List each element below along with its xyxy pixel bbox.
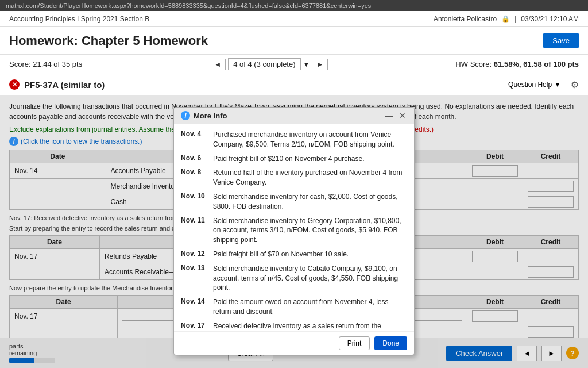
dropdown-arrow-icon[interactable]: ▼ xyxy=(303,60,310,68)
modal-row-desc: Paid freight bill of $210 on November 4 … xyxy=(213,154,365,164)
modal-transaction-row: Nov. 14Paid the amount owed on account f… xyxy=(181,297,407,317)
gear-icon[interactable]: ⚙ xyxy=(571,79,579,90)
modal-minimize-button[interactable]: — xyxy=(384,111,394,120)
modal-transaction-row: Nov. 11Sold merchandise inventory to Gre… xyxy=(181,216,407,245)
save-button[interactable]: Save xyxy=(543,33,579,48)
modal-transaction-row: Nov. 8Returned half of the inventory pur… xyxy=(181,168,407,187)
x-icon: ✕ xyxy=(9,79,20,90)
modal-close-button[interactable]: ✕ xyxy=(398,111,407,120)
modal-row-desc: Paid freight bill of $70 on November 10 … xyxy=(213,250,349,259)
modal-row-desc: Sold merchandise inventory to Cabato Com… xyxy=(213,264,407,293)
nav-label: 4 of 4 (3 complete) xyxy=(228,58,300,70)
modal-row-date: Nov. 14 xyxy=(181,297,208,317)
modal-row-date: Nov. 17 xyxy=(181,321,208,331)
page-title: Homework: Chapter 5 Homework xyxy=(9,33,208,48)
modal-row-date: Nov. 6 xyxy=(181,154,208,164)
modal-body: Nov. 4Purchased merchandise inventory on… xyxy=(174,124,414,331)
modal-done-button[interactable]: Done xyxy=(374,336,407,350)
modal-print-button[interactable]: Print xyxy=(339,336,370,350)
next-question-button[interactable]: ► xyxy=(312,59,328,70)
main-content: Journalize the following transactions th… xyxy=(0,95,588,368)
modal-transaction-row: Nov. 4Purchased merchandise inventory on… xyxy=(181,130,407,150)
datetime: 03/30/21 12:10 AM xyxy=(521,15,579,23)
modal-row-desc: Received defective inventory as a sales … xyxy=(213,321,407,331)
question-help-button[interactable]: Question Help ▼ xyxy=(502,78,567,91)
modal-row-desc: Sold merchandise inventory for cash, $2,… xyxy=(213,192,407,212)
nav-group: ◄ 4 of 4 (3 complete) ▼ ► xyxy=(210,58,328,70)
modal-title: i More Info xyxy=(181,111,227,120)
modal-overlay: i More Info — ✕ Nov. 4Purchased merchand… xyxy=(0,95,588,368)
prev-question-button[interactable]: ◄ xyxy=(210,59,226,70)
modal-transaction-row: Nov. 17Received defective inventory as a… xyxy=(181,321,407,331)
modal-transaction-row: Nov. 6Paid freight bill of $210 on Novem… xyxy=(181,154,407,164)
more-info-modal: i More Info — ✕ Nov. 4Purchased merchand… xyxy=(173,107,415,355)
score-text: Score: 21.44 of 35 pts xyxy=(9,60,82,68)
modal-row-date: Nov. 13 xyxy=(181,264,208,293)
modal-header: i More Info — ✕ xyxy=(174,108,414,124)
modal-row-date: Nov. 8 xyxy=(181,168,208,187)
hw-score-value: 61.58%, 61.58 of 100 pts xyxy=(494,60,579,68)
modal-row-date: Nov. 11 xyxy=(181,216,208,245)
modal-footer: Print Done xyxy=(174,331,414,355)
modal-controls: — ✕ xyxy=(384,111,407,120)
score-bar: Score: 21.44 of 35 pts ◄ 4 of 4 (3 compl… xyxy=(0,55,588,74)
browser-bar: mathxl.com/Student/PlayerHomework.aspx?h… xyxy=(0,0,588,12)
modal-row-desc: Purchased merchandise inventory on accou… xyxy=(213,130,407,150)
course-name: Accounting Principles I Spring 2021 Sect… xyxy=(9,15,149,23)
user-name: Antonietta Policastro xyxy=(434,15,497,23)
modal-transaction-row: Nov. 12Paid freight bill of $70 on Novem… xyxy=(181,250,407,259)
question-label: PF5-37A (similar to) xyxy=(24,80,105,90)
modal-row-desc: Paid the amount owed on account from Nov… xyxy=(213,297,407,317)
hw-score: HW Score: 61.58%, 61.58 of 100 pts xyxy=(455,60,579,68)
lock-icon: 🔒 xyxy=(501,15,510,23)
browser-url: mathxl.com/Student/PlayerHomework.aspx?h… xyxy=(6,2,371,9)
page-title-bar: Homework: Chapter 5 Homework Save xyxy=(0,27,588,55)
modal-transaction-row: Nov. 10Sold merchandise inventory for ca… xyxy=(181,192,407,212)
top-header: Accounting Principles I Spring 2021 Sect… xyxy=(0,12,588,27)
modal-row-desc: Sold merchandise inventory to Gregory Co… xyxy=(213,216,407,245)
modal-row-desc: Returned half of the inventory purchased… xyxy=(213,168,407,187)
modal-info-icon: i xyxy=(181,111,190,120)
modal-transaction-row: Nov. 13Sold merchandise inventory to Cab… xyxy=(181,264,407,293)
modal-row-date: Nov. 10 xyxy=(181,192,208,212)
modal-row-date: Nov. 12 xyxy=(181,250,208,259)
modal-row-date: Nov. 4 xyxy=(181,130,208,150)
question-bar: ✕ PF5-37A (similar to) Question Help ▼ ⚙ xyxy=(0,74,588,95)
